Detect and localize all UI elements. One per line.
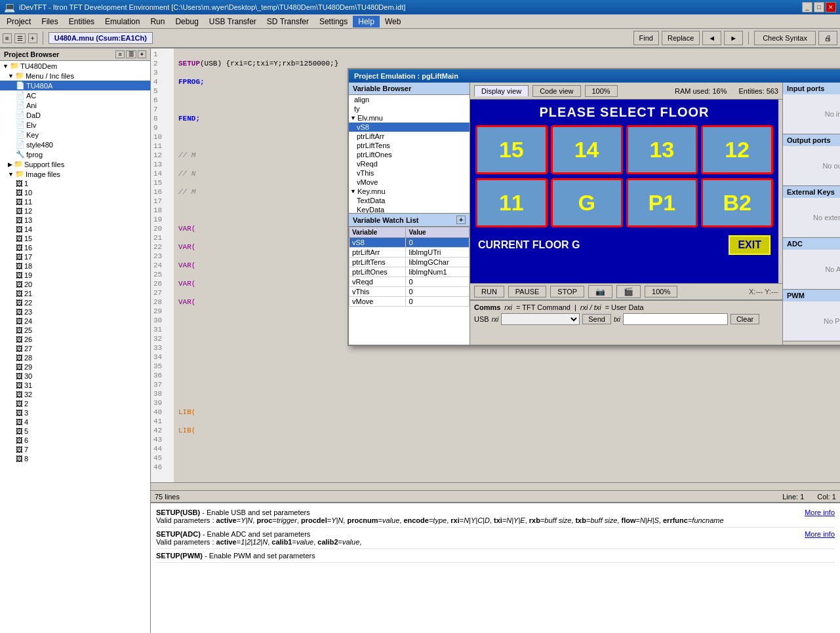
- zoom-button[interactable]: 100%: [585, 85, 618, 97]
- sidebar-item-img12[interactable]: 🖼12: [0, 206, 150, 216]
- floor-btn-13[interactable]: 13: [626, 125, 698, 174]
- sidebar-item-dad[interactable]: 📄 DaD: [0, 110, 150, 120]
- sidebar-ctrl-3[interactable]: +: [138, 50, 146, 58]
- vb-item-vs8[interactable]: vS8: [349, 123, 470, 132]
- maximize-button[interactable]: □: [814, 2, 824, 12]
- sidebar-toggle-tree[interactable]: ☰: [14, 33, 26, 43]
- variable-watch-add[interactable]: +: [456, 216, 466, 224]
- sidebar-item-tu480dem[interactable]: ▼ 📁 TU480Dem: [0, 61, 150, 71]
- sidebar-item-img29[interactable]: 🖼29: [0, 362, 150, 372]
- menu-debug[interactable]: Debug: [170, 16, 203, 28]
- sidebar-item-elv[interactable]: 📄 Elv: [0, 120, 150, 130]
- vb-item-ty[interactable]: ty: [349, 104, 470, 113]
- sidebar-item-img25[interactable]: 🖼25: [0, 326, 150, 335]
- sidebar-item-img30[interactable]: 🖼30: [0, 372, 150, 381]
- sidebar-item-style480[interactable]: 📄 style480: [0, 140, 150, 149]
- vw-row-vreqd[interactable]: vReqd 0: [350, 277, 470, 287]
- vw-row-ptrliftarr[interactable]: ptrLiftArr liblmgUTri: [350, 248, 470, 258]
- menu-files[interactable]: Files: [36, 16, 63, 28]
- redo-button[interactable]: ►: [724, 31, 743, 45]
- sidebar-item-img27[interactable]: 🖼27: [0, 344, 150, 353]
- sidebar-item-ac[interactable]: 📄 AC: [0, 90, 150, 100]
- sidebar-item-img31[interactable]: 🖼31: [0, 381, 150, 390]
- minimize-button[interactable]: _: [802, 2, 812, 12]
- find-button[interactable]: Find: [633, 31, 659, 45]
- sidebar-item-img28[interactable]: 🖼28: [0, 353, 150, 362]
- sidebar-item-img19[interactable]: 🖼19: [0, 271, 150, 280]
- sidebar-item-img13[interactable]: 🖼13: [0, 216, 150, 225]
- sidebar-item-img10[interactable]: 🖼10: [0, 188, 150, 197]
- display-view-tab[interactable]: Display view: [474, 85, 529, 96]
- vb-item-ptrlifttens[interactable]: ptrLiftTens: [349, 141, 470, 150]
- floor-btn-b2[interactable]: B2: [701, 178, 773, 227]
- vw-row-vs8[interactable]: vS8 0: [350, 238, 470, 248]
- floor-btn-14[interactable]: 14: [551, 125, 623, 174]
- floor-btn-15[interactable]: 15: [475, 125, 548, 174]
- sidebar-add[interactable]: +: [28, 33, 37, 43]
- sidebar-item-menu-inc-files[interactable]: ▼ 📁 Menu / Inc files: [0, 71, 150, 81]
- info-more-link-setup-usb[interactable]: More info: [805, 508, 835, 516]
- sidebar-item-img2[interactable]: 🖼2: [0, 399, 150, 408]
- sidebar-item-key[interactable]: 📄 Key: [0, 130, 150, 140]
- print-button[interactable]: 🖨: [818, 31, 837, 45]
- floor-btn-11[interactable]: 11: [475, 178, 548, 227]
- sidebar-ctrl-1[interactable]: ≡: [115, 50, 124, 58]
- close-button[interactable]: ✕: [826, 2, 836, 12]
- sidebar-ctrl-2[interactable]: ☰: [126, 50, 136, 58]
- info-more-link-setup-adc[interactable]: More info: [805, 530, 835, 538]
- vw-row-ptrlifttens[interactable]: ptrLiftTens liblmgGChar: [350, 258, 470, 267]
- sidebar-item-img17[interactable]: 🖼17: [0, 252, 150, 261]
- comms-txi-input[interactable]: [623, 313, 728, 325]
- vb-item-ptrliftarr[interactable]: ptrLiftArr: [349, 132, 470, 141]
- menu-project[interactable]: Project: [1, 16, 36, 28]
- sidebar-item-img20[interactable]: 🖼20: [0, 280, 150, 289]
- vb-item-keydata[interactable]: KeyData: [349, 205, 470, 214]
- video-button[interactable]: 🎬: [616, 285, 641, 298]
- menu-run[interactable]: Run: [145, 16, 170, 28]
- sidebar-item-fprog[interactable]: 🔧 fprog: [0, 149, 150, 159]
- menu-web[interactable]: Web: [380, 16, 406, 28]
- sidebar-item-img32[interactable]: 🖼32: [0, 390, 150, 399]
- send-button[interactable]: Send: [582, 314, 611, 324]
- floor-btn-12[interactable]: 12: [701, 125, 773, 174]
- menu-sd-transfer[interactable]: SD Transfer: [262, 16, 314, 28]
- vb-item-align[interactable]: align: [349, 95, 470, 104]
- stop-button[interactable]: STOP: [550, 286, 584, 297]
- sidebar-item-img6[interactable]: 🖼6: [0, 436, 150, 445]
- sidebar-item-img7[interactable]: 🖼7: [0, 445, 150, 454]
- clear-button[interactable]: Clear: [730, 314, 759, 324]
- vb-item-elv-mnu[interactable]: ▼ Elv.mnu: [349, 113, 470, 123]
- replace-button[interactable]: Replace: [662, 31, 700, 45]
- sidebar-item-img5[interactable]: 🖼5: [0, 427, 150, 436]
- vb-item-ptrliftones[interactable]: ptrLiftOnes: [349, 150, 470, 159]
- sidebar-item-img8[interactable]: 🖼8: [0, 454, 150, 463]
- vb-item-textdata[interactable]: TextData: [349, 196, 470, 205]
- sidebar-item-img21[interactable]: 🖼21: [0, 289, 150, 298]
- menu-entities[interactable]: Entities: [64, 16, 100, 28]
- sidebar-item-img11[interactable]: 🖼11: [0, 197, 150, 206]
- vw-row-vmove[interactable]: vMove 0: [350, 297, 470, 307]
- sidebar-item-img3[interactable]: 🖼3: [0, 408, 150, 417]
- sidebar-item-img15[interactable]: 🖼15: [0, 234, 150, 243]
- run-button[interactable]: RUN: [474, 286, 504, 297]
- pause-button[interactable]: PAUSE: [508, 286, 546, 297]
- screenshot-button[interactable]: 📷: [588, 285, 612, 298]
- sidebar-item-img1[interactable]: 🖼1: [0, 179, 150, 188]
- sidebar-item-img18[interactable]: 🖼18: [0, 261, 150, 271]
- vw-row-ptrliftones[interactable]: ptrLiftOnes liblmgNum1: [350, 267, 470, 277]
- variable-browser-content[interactable]: align ty ▼ Elv.mnu vS8 ptrLiftArr ptrLif…: [349, 95, 470, 214]
- exit-button[interactable]: EXIT: [729, 235, 770, 255]
- comms-type-select[interactable]: [501, 313, 580, 325]
- sidebar-item-img26[interactable]: 🖼26: [0, 335, 150, 344]
- sidebar-item-image-files[interactable]: ▼ 📁 Image files: [0, 169, 150, 179]
- floor-btn-p1[interactable]: P1: [626, 178, 698, 227]
- sidebar-item-img16[interactable]: 🖼16: [0, 243, 150, 252]
- sidebar-item-tu480a[interactable]: 📄 TU480A: [0, 81, 150, 90]
- undo-button[interactable]: ◄: [702, 31, 721, 45]
- vw-row-vthis[interactable]: vThis 0: [350, 287, 470, 297]
- menu-help[interactable]: Help: [353, 16, 380, 28]
- sidebar-toggle-list[interactable]: ≡: [3, 33, 12, 43]
- sidebar-item-ani[interactable]: 📄 Ani: [0, 100, 150, 110]
- sidebar-item-support-files[interactable]: ▶ 📁 Support files: [0, 159, 150, 169]
- vb-item-vmove[interactable]: vMove: [349, 178, 470, 187]
